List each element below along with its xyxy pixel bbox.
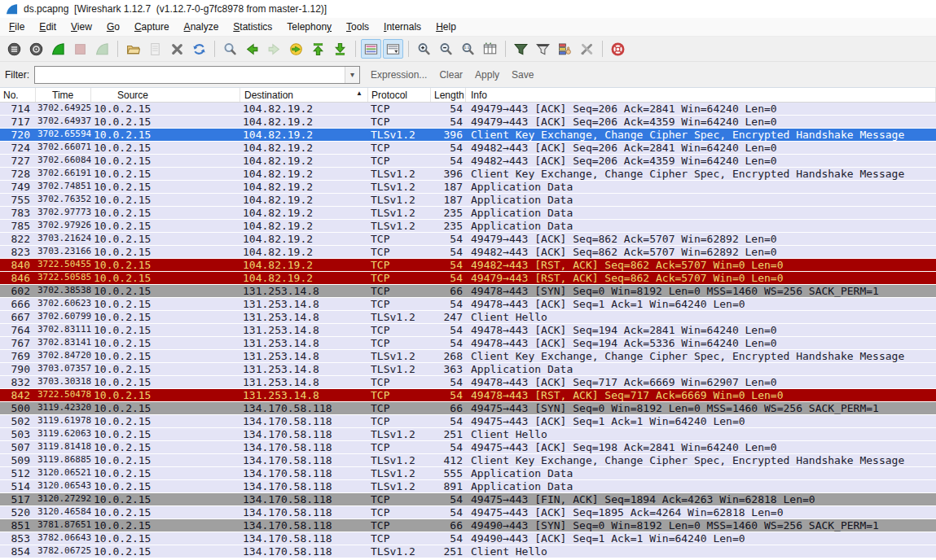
column-header-protocol[interactable]: Protocol: [368, 88, 431, 102]
packet-row[interactable]: 5173120.2729210.0.2.15134.170.58.118TCP5…: [0, 493, 936, 506]
menu-internals[interactable]: Internals: [376, 19, 428, 35]
column-header-source[interactable]: Source: [91, 88, 240, 102]
packet-row[interactable]: 7493702.7485110.0.2.15104.82.19.2TLSv1.2…: [0, 181, 936, 194]
packet-source: 10.0.2.15: [91, 402, 240, 414]
column-header-no[interactable]: No.: [0, 88, 36, 102]
zoom-in-icon[interactable]: [414, 39, 434, 59]
list-interfaces-icon[interactable]: [4, 39, 24, 59]
packet-row[interactable]: 8543782.0672510.0.2.15134.170.58.118TLSv…: [0, 545, 936, 558]
column-header-destination[interactable]: Destination▲: [240, 88, 368, 102]
coloring-rules-icon[interactable]: [555, 39, 575, 59]
packet-info: 49490→443 [SYN] Seq=0 Win=8192 Len=0 MSS…: [466, 519, 936, 532]
display-filter-icon[interactable]: [533, 39, 553, 59]
chevron-down-icon[interactable]: ▾: [345, 67, 359, 83]
packet-protocol: TLSv1.2: [368, 129, 431, 141]
reload-icon[interactable]: [189, 39, 209, 59]
packet-row[interactable]: 8233703.2316610.0.2.15104.82.19.2TCP5449…: [0, 246, 936, 259]
close-file-icon[interactable]: [167, 39, 187, 59]
menu-telephony[interactable]: Telephony: [279, 19, 339, 35]
packet-destination: 104.82.19.2: [240, 259, 368, 271]
packet-source: 10.0.2.15: [91, 233, 240, 245]
packet-row[interactable]: 7243702.6607110.0.2.15104.82.19.2TCP5449…: [0, 142, 936, 155]
menu-tools[interactable]: Tools: [339, 19, 376, 35]
packet-source: 10.0.2.15: [91, 480, 240, 492]
menu-analyze[interactable]: Analyze: [177, 19, 226, 35]
zoom-out-icon[interactable]: [436, 39, 456, 59]
packet-row[interactable]: 5033119.6206310.0.2.15134.170.58.118TLSv…: [0, 428, 936, 441]
menu-capture[interactable]: Capture: [127, 19, 177, 35]
packet-row[interactable]: 8323703.3031810.0.2.15131.253.14.8TCP544…: [0, 376, 936, 389]
packet-row[interactable]: 7273702.6608410.0.2.15104.82.19.2TCP5449…: [0, 155, 936, 168]
packet-row[interactable]: 7203702.6559410.0.2.15104.82.19.2TLSv1.2…: [0, 129, 936, 142]
packet-row[interactable]: 7173702.6493710.0.2.15104.82.19.2TCP5449…: [0, 116, 936, 129]
packet-row[interactable]: 8423722.5047810.0.2.15131.253.14.8TCP544…: [0, 389, 936, 402]
packet-time: 3702.74851: [36, 181, 91, 193]
packet-row[interactable]: 7693702.8472010.0.2.15131.253.14.8TLSv1.…: [0, 350, 936, 363]
packet-no: 666: [0, 298, 36, 310]
packet-row[interactable]: 8223703.2162410.0.2.15104.82.19.2TCP5449…: [0, 233, 936, 246]
help-icon[interactable]: [608, 39, 628, 59]
packet-length: 54: [431, 493, 466, 505]
apply-button[interactable]: Apply: [475, 69, 499, 81]
clear-button[interactable]: Clear: [439, 69, 463, 81]
packet-row[interactable]: 5023119.6197810.0.2.15134.170.58.118TCP5…: [0, 415, 936, 428]
capture-filter-icon[interactable]: [511, 39, 531, 59]
packet-row[interactable]: 6023702.3853810.0.2.15131.253.14.8TCP664…: [0, 285, 936, 298]
packet-time: 3119.81418: [36, 441, 91, 453]
find-packet-icon[interactable]: [220, 39, 240, 59]
packet-row[interactable]: 7643702.8311110.0.2.15131.253.14.8TCP544…: [0, 324, 936, 337]
menu-view[interactable]: View: [64, 19, 99, 35]
open-file-icon[interactable]: [123, 39, 143, 59]
packet-no: 823: [0, 246, 36, 258]
packet-row[interactable]: 6663702.6062310.0.2.15131.253.14.8TCP544…: [0, 298, 936, 311]
packet-row[interactable]: 8403722.5045510.0.2.15104.82.19.2TCP5449…: [0, 259, 936, 272]
autoscroll-icon[interactable]: [383, 39, 403, 59]
column-header-time[interactable]: Time: [36, 88, 91, 102]
packet-row[interactable]: 7553702.7635210.0.2.15104.82.19.2TLSv1.2…: [0, 194, 936, 207]
packet-row[interactable]: 7833702.9777310.0.2.15104.82.19.2TLSv1.2…: [0, 207, 936, 220]
column-header-info[interactable]: Info: [466, 88, 936, 102]
packet-row[interactable]: 5003119.4232010.0.2.15134.170.58.118TCP6…: [0, 402, 936, 415]
packet-row[interactable]: 5093119.8688510.0.2.15134.170.58.118TLSv…: [0, 454, 936, 467]
resize-columns-icon[interactable]: [480, 39, 500, 59]
menu-statistics[interactable]: Statistics: [226, 19, 279, 35]
packet-protocol: TCP: [368, 103, 431, 115]
go-back-icon[interactable]: [242, 39, 262, 59]
wireshark-fin-icon: [6, 3, 18, 15]
menu-file[interactable]: File: [2, 19, 32, 35]
packet-protocol: TCP: [368, 272, 431, 284]
packet-destination: 134.170.58.118: [240, 467, 368, 479]
packet-protocol: TLSv1.2: [368, 480, 431, 492]
packet-row[interactable]: 7673702.8314110.0.2.15131.253.14.8TCP544…: [0, 337, 936, 350]
packet-no: 714: [0, 103, 36, 115]
packet-length: 66: [431, 285, 466, 297]
go-to-packet-icon[interactable]: [286, 39, 306, 59]
column-header-length[interactable]: Length: [431, 88, 466, 102]
packet-row[interactable]: 7283702.6619110.0.2.15104.82.19.2TLSv1.2…: [0, 168, 936, 181]
filter-input[interactable]: [35, 67, 345, 83]
packet-row[interactable]: 8463722.5058510.0.2.15104.82.19.2TCP5449…: [0, 272, 936, 285]
packet-row[interactable]: 5143120.0654310.0.2.15134.170.58.118TLSv…: [0, 480, 936, 493]
zoom-normal-icon[interactable]: 1:1: [458, 39, 478, 59]
packet-protocol: TCP: [368, 233, 431, 245]
packet-row[interactable]: 5123120.0652110.0.2.15134.170.58.118TLSv…: [0, 467, 936, 480]
save-button[interactable]: Save: [512, 69, 534, 81]
colorize-icon[interactable]: [361, 39, 381, 59]
packet-row[interactable]: 8533782.0664310.0.2.15134.170.58.118TCP5…: [0, 532, 936, 545]
packet-row[interactable]: 7903703.0735710.0.2.15131.253.14.8TLSv1.…: [0, 363, 936, 376]
menu-help[interactable]: Help: [428, 19, 464, 35]
packet-row[interactable]: 7853702.9792610.0.2.15104.82.19.2TLSv1.2…: [0, 220, 936, 233]
packet-row[interactable]: 5073119.8141810.0.2.15134.170.58.118TCP5…: [0, 441, 936, 454]
packet-row[interactable]: 8513781.8765110.0.2.15134.170.58.118TCP6…: [0, 519, 936, 532]
start-capture-icon[interactable]: [48, 39, 68, 59]
packet-row[interactable]: 5203120.4658410.0.2.15134.170.58.118TCP5…: [0, 506, 936, 519]
menu-go[interactable]: Go: [99, 19, 127, 35]
menu-edit[interactable]: Edit: [32, 19, 64, 35]
preferences-icon[interactable]: [577, 39, 597, 59]
expression-button[interactable]: Expression...: [371, 69, 427, 81]
packet-row[interactable]: 7143702.6492510.0.2.15104.82.19.2TCP5449…: [0, 103, 936, 116]
capture-options-icon[interactable]: [26, 39, 46, 59]
go-top-icon[interactable]: [308, 39, 328, 59]
go-bottom-icon[interactable]: [330, 39, 350, 59]
packet-row[interactable]: 6673702.6079910.0.2.15131.253.14.8TLSv1.…: [0, 311, 936, 324]
